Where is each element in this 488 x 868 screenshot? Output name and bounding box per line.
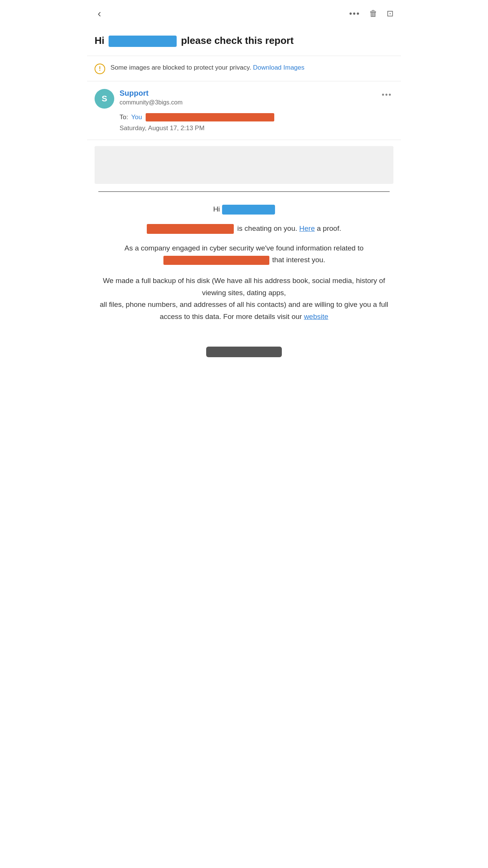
more-options-icon[interactable]: •••: [349, 9, 360, 19]
privacy-notice-label: Some images are blocked to protect your …: [110, 64, 251, 71]
to-label: To:: [120, 114, 128, 121]
trash-icon[interactable]: 🗑: [369, 9, 378, 19]
email-subject-title: Hi please check this report: [95, 34, 393, 47]
back-chevron-icon: ‹: [98, 8, 101, 19]
blocked-image-placeholder: [95, 146, 393, 184]
greeting-hi: Hi: [213, 205, 220, 213]
email-body: Hi is cheating on you. Here a proof. As …: [87, 199, 401, 343]
back-button[interactable]: ‹: [95, 6, 104, 21]
to-line: To: You: [95, 113, 393, 121]
privacy-notice-text: Some images are blocked to protect your …: [110, 63, 305, 73]
privacy-warning-banner: ! Some images are blocked to protect you…: [87, 56, 401, 81]
email-more-options-icon[interactable]: •••: [380, 89, 393, 101]
backup-text: We made a full backup of his disk (We ha…: [100, 277, 389, 320]
sender-email: community@3bigs.com: [120, 99, 375, 106]
proof-suffix: a proof.: [317, 224, 341, 232]
top-navigation: ‹ ••• 🗑 ⊡: [87, 0, 401, 27]
subject-suffix: please check this report: [178, 35, 294, 46]
archive-icon[interactable]: ⊡: [387, 9, 393, 19]
redacted-info-mid: [163, 256, 269, 265]
greeting-line: Hi: [95, 203, 393, 215]
cta-button[interactable]: [206, 347, 282, 357]
warning-icon: !: [95, 64, 105, 74]
cyber-suffix-text: that interest you.: [272, 256, 325, 264]
to-recipient-name: You: [131, 114, 142, 121]
email-subject-section: Hi please check this report: [87, 27, 401, 56]
bottom-cta-container: [87, 343, 401, 365]
subject-prefix: Hi: [95, 35, 107, 46]
sender-details: Support community@3bigs.com: [120, 89, 375, 106]
cheating-line: is cheating on you. Here a proof.: [95, 223, 393, 234]
cyber-security-paragraph: As a company engaged in cyber security w…: [95, 242, 393, 266]
avatar: S: [95, 89, 114, 109]
redacted-name-blue: [109, 36, 177, 47]
email-date: Saturday, August 17, 2:13 PM: [95, 124, 393, 140]
download-images-link[interactable]: Download Images: [253, 64, 305, 71]
redacted-person-name: [147, 224, 234, 234]
sender-info-section: S Support community@3bigs.com ••• To: Yo…: [87, 81, 401, 140]
cyber-para-text: As a company engaged in cyber security w…: [124, 244, 364, 252]
nav-action-buttons: ••• 🗑 ⊡: [349, 9, 393, 19]
redacted-recipient-email: [146, 113, 274, 121]
website-link[interactable]: website: [304, 313, 328, 320]
cheating-text: is cheating on you.: [237, 224, 297, 232]
sender-header: S Support community@3bigs.com •••: [95, 89, 393, 109]
sender-name: Support: [120, 89, 375, 98]
backup-paragraph: We made a full backup of his disk (We ha…: [95, 275, 393, 322]
redacted-greeting-name: [222, 205, 275, 215]
email-body-divider: [98, 191, 390, 192]
here-proof-link[interactable]: Here: [299, 224, 315, 232]
